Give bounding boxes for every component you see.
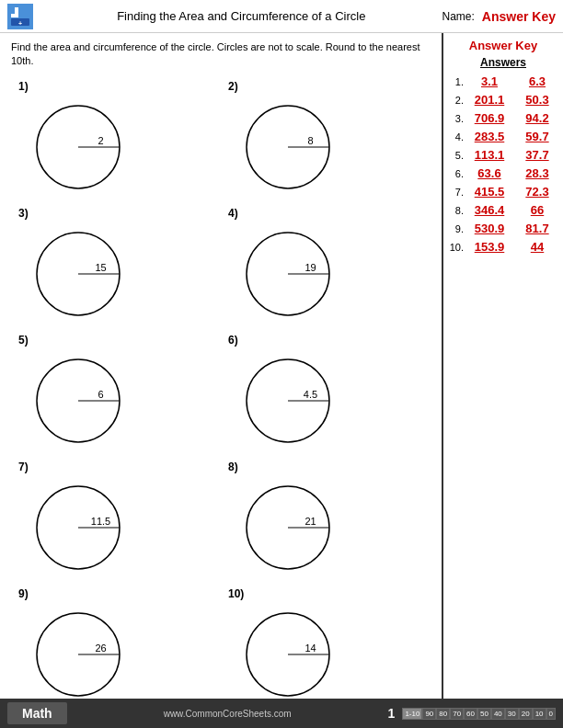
answer-circ-4: 59.7 [515,130,559,143]
page: + Finding the Area and Circumference of … [0,0,563,728]
svg-text:6: 6 [98,389,103,400]
logo: + [7,4,33,29]
circle-svg-9: 26 [28,607,138,699]
score-box-1: 90 [422,708,436,720]
problem-number-1: 1) [18,80,29,93]
footer: Math www.CommonCoreSheets.com 1 1-109080… [0,699,563,728]
score-box-3: 70 [450,708,464,720]
circle-container-8: 21 [228,475,357,576]
answer-area-5: 113.1 [467,148,511,162]
answer-row-10: 10. 153.9 44 [447,240,559,254]
answer-row-2: 2. 201.1 50.3 [447,93,559,107]
score-box-2: 80 [436,708,450,720]
answer-key-panel: Answer Key Answers 1. 3.1 6.3 2. 201.1 5… [443,33,563,699]
answer-num-2: 2. [447,95,464,106]
answer-num-9: 9. [447,223,464,234]
svg-text:4.5: 4.5 [304,389,317,400]
answer-num-6: 6. [447,168,464,179]
problem-5: 5) 6 [11,330,221,453]
answer-area-1: 3.1 [467,74,511,88]
instructions: Find the area and circumference of the c… [11,40,431,69]
circle-svg-8: 21 [237,480,348,572]
score-box-6: 40 [491,708,505,720]
svg-text:19: 19 [304,262,316,273]
problem-9: 9) 26 [11,584,221,699]
score-box-7: 30 [505,708,519,720]
answer-row-7: 7. 415.5 72.3 [447,185,559,199]
footer-url: www.CommonCoreSheets.com [67,709,388,719]
answer-area-6: 63.6 [467,166,511,180]
svg-text:2: 2 [98,135,103,146]
circle-container-3: 15 [18,222,147,323]
main-area: Find the area and circumference of the c… [0,33,563,699]
problem-number-7: 7) [18,461,29,473]
problems-grid: 1) 2 2) 8 3) 15 4) 19 5) 6 6) 4.5 7) 11.… [11,76,431,699]
problem-number-4: 4) [228,207,238,220]
worksheet-title: Finding the Area and Circumference of a … [40,9,442,23]
circle-svg-1: 2 [28,99,138,191]
answer-key-label: Answer Key [482,9,556,24]
circle-svg-2: 8 [237,99,348,191]
circle-svg-5: 6 [28,353,138,445]
svg-text:+: + [18,20,22,27]
circle-svg-6: 4.5 [237,353,348,445]
circle-svg-7: 11.5 [28,480,138,572]
answer-num-4: 4. [447,131,464,142]
svg-text:26: 26 [95,643,106,654]
svg-text:15: 15 [95,262,106,273]
circle-container-9: 26 [18,602,147,699]
problem-7: 7) 11.5 [11,457,221,580]
problem-number-6: 6) [228,334,238,347]
name-label: Name: [442,10,475,23]
problem-number-2: 2) [228,80,238,93]
answer-area-9: 530.9 [467,222,511,235]
answer-key-title: Answer Key [447,39,559,52]
problem-3: 3) 15 [11,203,221,326]
problem-4: 4) 19 [221,203,431,326]
problem-2: 2) 8 [221,76,431,199]
problem-1: 1) 2 [11,76,221,199]
answer-num-3: 3. [447,113,464,124]
answer-area-8: 346.4 [467,203,511,217]
problem-10: 10) 14 [221,584,431,699]
answer-row-6: 6. 63.6 28.3 [447,166,559,180]
answer-area-2: 201.1 [467,93,511,107]
score-box-5: 50 [477,708,491,720]
score-box-10: 0 [546,708,556,720]
svg-text:21: 21 [304,516,316,527]
problem-number-5: 5) [18,334,29,347]
answer-num-7: 7. [447,187,464,198]
footer-math-label: Math [7,702,67,724]
answer-row-8: 8. 346.4 66 [447,203,559,217]
problem-number-8: 8) [228,461,238,473]
svg-text:14: 14 [304,643,316,654]
score-box-8: 20 [519,708,533,720]
answer-num-5: 5. [447,150,464,161]
answer-row-5: 5. 113.1 37.7 [447,148,559,162]
worksheet: Find the area and circumference of the c… [0,33,443,699]
circle-container-10: 14 [228,602,357,699]
problem-8: 8) 21 [221,457,431,580]
answer-circ-5: 37.7 [515,148,559,162]
problem-number-10: 10) [228,587,244,600]
answer-row-4: 4. 283.5 59.7 [447,130,559,143]
circle-container-7: 11.5 [18,475,147,576]
circle-svg-4: 19 [237,226,348,318]
answer-num-8: 8. [447,205,464,216]
answer-circ-9: 81.7 [515,222,559,235]
answer-circ-7: 72.3 [515,185,559,199]
answer-area-7: 415.5 [467,185,511,199]
answer-circ-8: 66 [515,203,559,217]
answer-num-1: 1. [447,76,464,87]
answer-row-1: 1. 3.1 6.3 [447,74,559,88]
circle-container-4: 19 [228,222,357,323]
circle-container-6: 4.5 [228,348,357,449]
score-box-0: 1-10 [402,708,422,720]
answer-row-9: 9. 530.9 81.7 [447,222,559,235]
circle-container-1: 2 [18,95,147,196]
answer-circ-10: 44 [515,240,559,254]
footer-page: 1 [388,706,396,721]
answers-heading: Answers [447,56,559,69]
answer-area-4: 283.5 [467,130,511,143]
answer-circ-1: 6.3 [515,74,559,88]
